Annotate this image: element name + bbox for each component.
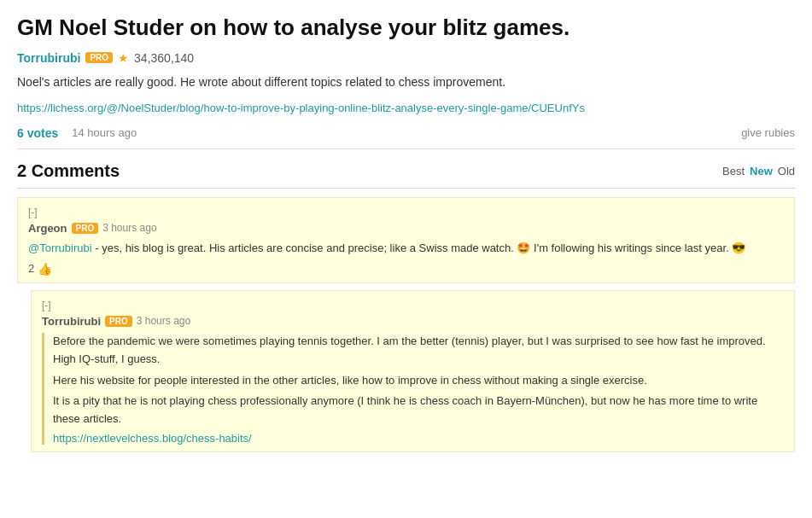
- give-rubies-button[interactable]: give rubies: [741, 126, 795, 139]
- comment-1-likes: 2 👍: [28, 262, 784, 276]
- thumbs-up-icon[interactable]: 👍: [38, 262, 52, 276]
- sort-old[interactable]: Old: [778, 165, 795, 178]
- comments-header: 2 Comments Best New Old: [17, 161, 795, 189]
- comment-2-line-1: Before the pandemic we were sometimes pl…: [53, 333, 784, 369]
- comment-2-toggle[interactable]: [-]: [42, 300, 51, 311]
- comment-2-body: Before the pandemic we were sometimes pl…: [42, 333, 784, 445]
- sort-options: Best New Old: [722, 165, 795, 178]
- meta-bar: 6 votes 14 hours ago give rubies: [17, 126, 795, 149]
- comment-1: [-] Argeon PRO 3 hours ago @Torrubirubi …: [17, 197, 795, 283]
- author-link[interactable]: Torrubirubi: [17, 51, 80, 65]
- comment-1-author: Argeon: [28, 222, 67, 235]
- star-icon: ★: [118, 51, 129, 65]
- article-link[interactable]: https://lichess.org/@/NoelStuder/blog/ho…: [17, 102, 795, 114]
- comment-2: [-] Torrubirubi PRO 3 hours ago Before t…: [31, 290, 795, 452]
- follower-count: 34,360,140: [134, 51, 194, 65]
- sort-best[interactable]: Best: [722, 165, 745, 178]
- comment-1-mention: @Torrubirubi: [28, 242, 92, 254]
- description: Noel's articles are really good. He wrot…: [17, 73, 795, 91]
- author-line: Torrubirubi PRO ★ 34,360,140: [17, 51, 795, 65]
- comment-1-like-count: 2: [28, 262, 34, 275]
- comment-1-text: @Torrubirubi - yes, his blog is great. H…: [28, 240, 784, 257]
- sort-new[interactable]: New: [750, 165, 773, 178]
- comment-1-badge: PRO: [72, 223, 99, 234]
- comment-1-body: - yes, his blog is great. His articles a…: [92, 242, 746, 254]
- votes-count: 6 votes: [17, 126, 58, 140]
- pro-badge: PRO: [85, 52, 113, 63]
- page-title: GM Noel Studer on how to analyse your bl…: [17, 14, 795, 43]
- meta-left: 6 votes 14 hours ago: [17, 126, 137, 140]
- comment-1-time: 3 hours ago: [102, 222, 156, 234]
- comment-1-author-line: Argeon PRO 3 hours ago: [28, 222, 784, 235]
- post-timestamp: 14 hours ago: [72, 126, 137, 139]
- comment-2-time: 3 hours ago: [137, 315, 190, 327]
- comment-2-line-2: Here his website for people interested i…: [53, 372, 784, 390]
- comment-2-line-3: It is a pity that he is not playing ches…: [53, 393, 784, 428]
- comment-2-badge: PRO: [105, 316, 132, 327]
- comment-2-author-line: Torrubirubi PRO 3 hours ago: [42, 315, 784, 328]
- comments-count: 2 Comments: [17, 161, 120, 181]
- comment-1-toggle[interactable]: [-]: [28, 207, 38, 218]
- comment-2-link[interactable]: https://nextlevelchess.blog/chess-habits…: [53, 432, 784, 445]
- comment-2-author: Torrubirubi: [42, 315, 101, 328]
